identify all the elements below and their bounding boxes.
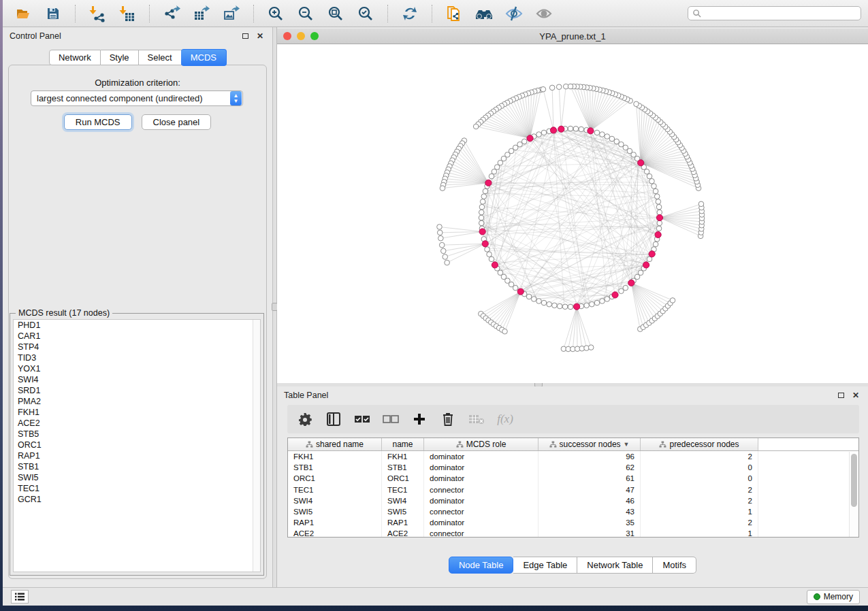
table-cell: 1 — [641, 528, 758, 538]
tab-style[interactable]: Style — [101, 50, 139, 65]
table-cell: 35 — [539, 517, 641, 528]
mcds-result-item[interactable]: ORC1 — [14, 440, 260, 450]
table-cell: 47 — [539, 484, 641, 495]
sort-descending-icon: ▼ — [624, 441, 630, 448]
mcds-result-item[interactable]: FKH1 — [14, 407, 260, 418]
table-row[interactable]: FKH1FKH1dominator962 — [288, 451, 858, 462]
delete-column-icon[interactable] — [438, 409, 457, 429]
table-cell: 43 — [539, 506, 641, 517]
table-cell: 1 — [641, 506, 758, 517]
tab-edge-table[interactable]: Edge Table — [513, 557, 577, 574]
export-network-icon[interactable] — [158, 2, 185, 25]
node-table: shared namenameMCDS rolesuccessor nodes▼… — [287, 437, 859, 538]
table-row[interactable]: SWI5SWI5connector431 — [288, 506, 858, 517]
zoom-selected-icon[interactable] — [352, 2, 379, 25]
column-header-MCDS-role[interactable]: MCDS role — [424, 438, 539, 450]
tab-motifs[interactable]: Motifs — [653, 557, 696, 574]
table-row[interactable]: SWI4SWI4dominator462 — [288, 495, 858, 506]
mcds-result-title: MCDS result (17 nodes) — [16, 308, 112, 318]
mcds-result-item[interactable]: TID3 — [14, 352, 260, 363]
mcds-result-item[interactable]: CAR1 — [14, 331, 260, 342]
import-network-icon[interactable] — [84, 2, 111, 25]
float-panel-button[interactable] — [240, 31, 251, 42]
mcds-result-item[interactable]: STB1 — [14, 461, 260, 472]
table-cell: ORC1 — [288, 473, 382, 484]
tab-node-table[interactable]: Node Table — [449, 557, 514, 574]
mcds-result-item[interactable]: STB5 — [14, 429, 260, 440]
tab-select[interactable]: Select — [139, 50, 182, 65]
table-cell: 0 — [641, 462, 758, 473]
table-panel: Table Panel ✕ — [277, 386, 868, 587]
network-window-title: YPA_prune.txt_1 — [277, 31, 868, 42]
tab-mcds[interactable]: MCDS — [181, 49, 227, 66]
run-mcds-button[interactable]: Run MCDS — [64, 114, 132, 130]
memory-button[interactable]: Memory — [807, 590, 860, 604]
zoom-out-icon[interactable] — [292, 2, 319, 25]
mcds-result-item[interactable]: SWI4 — [14, 374, 260, 385]
table-cell: STB1 — [288, 462, 382, 473]
control-panel-title: Control Panel — [10, 31, 236, 41]
column-header-name[interactable]: name — [382, 438, 424, 450]
mcds-result-item[interactable]: RAP1 — [14, 450, 260, 461]
zoom-fit-icon[interactable] — [322, 2, 349, 25]
mcds-result-list: PHD1CAR1STP4TID3YOX1SWI4SRD1PMA2FKH1ACE2… — [13, 319, 261, 572]
table-cell: SWI5 — [288, 506, 382, 517]
close-table-panel-button[interactable]: ✕ — [850, 390, 861, 401]
table-cell: 0 — [641, 473, 758, 484]
show-eye-icon[interactable] — [530, 2, 558, 25]
gear-icon[interactable] — [295, 409, 315, 429]
column-header-shared-name[interactable]: shared name — [288, 438, 382, 450]
table-row[interactable]: ACE2ACE2connector311 — [288, 528, 858, 538]
hide-panel-eye-icon[interactable] — [500, 2, 528, 25]
mcds-result-item[interactable]: SWI5 — [14, 472, 260, 483]
refresh-layout-icon[interactable] — [396, 2, 423, 25]
task-history-button[interactable] — [11, 590, 29, 604]
save-icon[interactable] — [39, 2, 67, 25]
select-all-icon[interactable] — [353, 409, 372, 429]
deselect-all-icon[interactable] — [381, 409, 400, 429]
mcds-result-item[interactable]: YOX1 — [14, 363, 260, 374]
mcds-result-item[interactable]: GCR1 — [14, 494, 260, 505]
export-table-icon[interactable] — [188, 2, 215, 25]
mcds-result-item[interactable]: TEC1 — [14, 483, 260, 494]
table-row[interactable]: ORC1ORC1dominator610 — [288, 473, 858, 484]
tab-network[interactable]: Network — [49, 50, 101, 65]
table-cell: RAP1 — [382, 517, 424, 528]
zoom-in-icon[interactable] — [262, 2, 289, 25]
table-cell: FKH1 — [382, 451, 424, 462]
import-table-icon[interactable] — [114, 2, 141, 25]
network-canvas[interactable] — [277, 44, 868, 383]
table-scrollbar-thumb[interactable] — [851, 454, 857, 507]
export-image-icon[interactable] — [218, 2, 245, 25]
table-row[interactable]: TEC1TEC1connector472 — [288, 484, 858, 495]
tab-network-table[interactable]: Network Table — [577, 557, 653, 574]
optimization-criterion-dropdown[interactable]: largest connected component (undirected)… — [31, 90, 243, 106]
clone-network-icon[interactable] — [440, 2, 468, 25]
memory-label: Memory — [824, 592, 853, 601]
mcds-result-item[interactable]: ACE2 — [14, 418, 260, 429]
table-row[interactable]: RAP1RAP1dominator352 — [288, 517, 858, 528]
list-icon — [14, 592, 25, 601]
column-header-predecessor-nodes[interactable]: predecessor nodes — [641, 438, 758, 450]
close-panel-button[interactable]: ✕ — [255, 31, 266, 42]
close-panel-button-2[interactable]: Close panel — [142, 114, 212, 130]
column-selector-icon[interactable] — [324, 409, 343, 429]
table-scrollbar[interactable] — [849, 452, 858, 537]
search-input[interactable] — [704, 9, 856, 18]
toolbar-separator — [75, 5, 76, 22]
mcds-result-item[interactable]: PMA2 — [14, 396, 260, 407]
column-header-successor-nodes[interactable]: successor nodes▼ — [539, 438, 641, 450]
mcds-result-item[interactable]: PHD1 — [14, 320, 260, 331]
table-cell: connector — [424, 506, 539, 517]
add-column-icon[interactable] — [410, 409, 429, 429]
mcds-result-item[interactable]: SRD1 — [14, 385, 260, 396]
table-row[interactable]: STB1STB1dominator620 — [288, 462, 858, 473]
table-cell: dominator — [424, 451, 539, 462]
mcds-list-scrollbar[interactable] — [253, 320, 260, 572]
table-cell: TEC1 — [288, 484, 382, 495]
float-table-panel-button[interactable] — [835, 390, 846, 401]
search-network-icon[interactable] — [470, 2, 498, 25]
open-folder-icon[interactable] — [10, 2, 37, 25]
table-cell: STB1 — [382, 462, 424, 473]
mcds-result-item[interactable]: STP4 — [14, 342, 260, 352]
